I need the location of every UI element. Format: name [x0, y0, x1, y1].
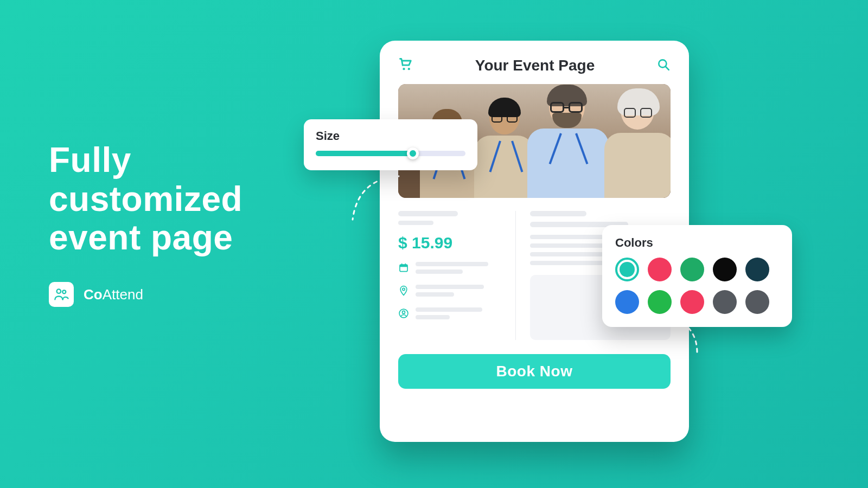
svg-point-12 — [403, 311, 405, 313]
brand-lockup: CoAttend — [49, 282, 143, 307]
location-pin-icon — [398, 285, 409, 297]
search-icon[interactable] — [656, 57, 671, 74]
connector-line-top — [347, 174, 401, 222]
color-swatch-1[interactable] — [648, 258, 672, 281]
marketing-canvas: Fully customized event page CoAttend — [0, 0, 868, 488]
brand-name: CoAttend — [84, 286, 143, 303]
event-price: $ 15.99 — [398, 234, 501, 252]
svg-point-1 — [62, 290, 66, 293]
placeholder-line — [416, 262, 488, 266]
placeholder-line — [416, 292, 454, 297]
size-popover: Size — [304, 119, 477, 170]
color-swatch-5[interactable] — [615, 290, 639, 314]
meta-location-row — [398, 285, 501, 297]
svg-point-10 — [403, 288, 405, 290]
placeholder-line — [398, 211, 458, 216]
hero-line-3: event page — [49, 218, 233, 257]
color-swatch-8[interactable] — [713, 290, 737, 314]
brand-name-bold: Co — [84, 286, 103, 303]
person-icon — [398, 308, 409, 319]
colors-popover-title: Colors — [615, 236, 779, 250]
slider-thumb[interactable] — [407, 147, 419, 159]
hero-line-2: customized — [49, 179, 242, 219]
hero-headline: Fully customized event page — [49, 141, 242, 258]
placeholder-line — [416, 269, 463, 274]
column-divider — [515, 211, 516, 340]
svg-point-3 — [408, 68, 410, 70]
colors-popover: Colors — [602, 225, 792, 327]
brand-name-rest: Attend — [103, 286, 143, 303]
color-swatch-grid — [615, 258, 779, 314]
size-slider[interactable] — [316, 151, 465, 156]
card-header: Your Event Page — [398, 57, 671, 74]
calendar-icon — [398, 262, 409, 273]
color-swatch-7[interactable] — [680, 290, 704, 314]
slider-fill — [316, 151, 413, 156]
svg-point-0 — [57, 289, 61, 293]
meta-organizer-row — [398, 307, 501, 319]
svg-line-5 — [666, 67, 669, 70]
color-swatch-3[interactable] — [713, 258, 737, 281]
size-popover-title: Size — [316, 129, 465, 143]
color-swatch-4[interactable] — [745, 258, 769, 281]
color-swatch-0[interactable] — [615, 258, 639, 281]
hero-line-1: Fully — [49, 140, 131, 179]
meta-date-row — [398, 262, 501, 274]
cart-icon[interactable] — [398, 57, 413, 74]
placeholder-line — [398, 221, 433, 225]
svg-point-2 — [403, 68, 405, 70]
color-swatch-6[interactable] — [648, 290, 672, 314]
placeholder-line — [416, 307, 482, 312]
placeholder-line — [416, 315, 450, 319]
page-title: Your Event Page — [475, 57, 595, 74]
color-swatch-2[interactable] — [680, 258, 704, 281]
hero-copy: Fully customized event page — [49, 141, 242, 258]
event-summary-column: $ 15.99 — [398, 211, 501, 340]
book-now-button[interactable]: Book Now — [398, 354, 671, 389]
svg-rect-7 — [400, 265, 407, 267]
brand-logo — [49, 282, 74, 307]
placeholder-line — [416, 285, 484, 289]
color-swatch-9[interactable] — [745, 290, 769, 314]
people-icon — [54, 287, 69, 302]
placeholder-line — [530, 211, 586, 216]
